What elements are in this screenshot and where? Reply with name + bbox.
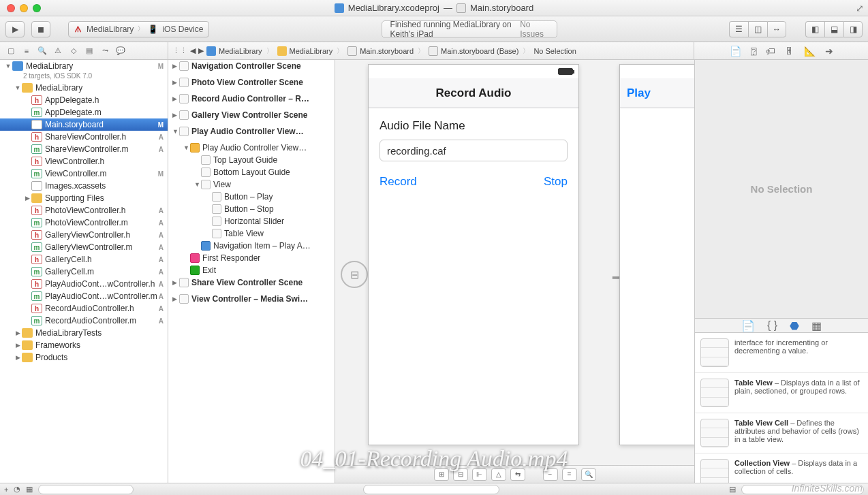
- jump-seg-2[interactable]: Main.storyboard: [360, 47, 414, 55]
- zoom-actual-button[interactable]: =: [562, 468, 577, 481]
- disclosure-triangle-icon[interactable]: ▶: [172, 296, 179, 302]
- nav-item[interactable]: hPlayAudioCont…wController.hA: [0, 278, 168, 290]
- editor-version-button[interactable]: ↔: [767, 21, 786, 37]
- library-item[interactable]: Table View Cell – Defines the attributes…: [695, 413, 868, 453]
- scene-dock-icon[interactable]: ⊟: [341, 261, 368, 288]
- disclosure-triangle-icon[interactable]: ▶: [14, 330, 22, 336]
- record-button[interactable]: Record: [379, 175, 417, 189]
- outline-item[interactable]: ▶Gallery View Controller Scene: [168, 109, 335, 121]
- minimize-window-button[interactable]: [20, 4, 28, 12]
- disclosure-triangle-icon[interactable]: ▼: [183, 144, 190, 151]
- stop-record-button[interactable]: Stop: [544, 175, 568, 189]
- align-button[interactable]: ⊟: [453, 468, 468, 481]
- symbol-navigator-tab[interactable]: ≡: [20, 45, 33, 57]
- nav-back-play[interactable]: Play: [627, 86, 651, 100]
- library-item[interactable]: Collection View – Displays data in a col…: [695, 453, 868, 483]
- filter-scm-icon[interactable]: ▦: [26, 485, 33, 494]
- resizing-button[interactable]: ⇆: [510, 468, 525, 481]
- zoom-out-button[interactable]: −: [543, 468, 558, 481]
- audio-filename-field[interactable]: [379, 140, 568, 161]
- issue-navigator-tab[interactable]: ⚠: [51, 45, 65, 57]
- media-library-tab[interactable]: ▦: [811, 319, 822, 332]
- outline-filter-field[interactable]: [363, 485, 499, 494]
- run-button[interactable]: ▶: [5, 21, 25, 37]
- test-navigator-tab[interactable]: ◇: [67, 45, 80, 57]
- nav-item[interactable]: hGalleryCell.hA: [0, 253, 168, 266]
- disclosure-triangle-icon[interactable]: ▶: [23, 195, 31, 202]
- jump-seg-3[interactable]: Main.storyboard (Base): [441, 47, 518, 55]
- nav-item[interactable]: Main.storyboardM: [0, 118, 168, 131]
- breakpoint-navigator-tab[interactable]: ⤳: [98, 45, 112, 57]
- nav-item[interactable]: ▶MediaLibraryTests: [0, 327, 168, 339]
- nav-item[interactable]: ▼MediaLibraryM: [0, 60, 168, 72]
- outline-item[interactable]: Button – Stop: [168, 203, 335, 215]
- outline-item[interactable]: Exit: [168, 264, 335, 276]
- outline-item[interactable]: Table View: [168, 227, 335, 240]
- code-snippet-library-tab[interactable]: { }: [767, 319, 777, 332]
- project-navigator-tab[interactable]: ▢: [4, 45, 18, 57]
- disclosure-triangle-icon[interactable]: ▶: [14, 342, 22, 349]
- scheme-selector[interactable]: ⩚ MediaLibrary 〉 📱 iOS Device: [68, 21, 209, 37]
- resolve-issues-button[interactable]: △: [491, 468, 506, 481]
- library-item[interactable]: Table View – Displays data in a list of …: [695, 373, 868, 413]
- log-navigator-tab[interactable]: 💬: [114, 45, 127, 57]
- nav-item[interactable]: Images.xcassets: [0, 180, 168, 192]
- disclosure-triangle-icon[interactable]: ▶: [172, 63, 179, 69]
- disclosure-triangle-icon[interactable]: ▼: [14, 84, 22, 91]
- go-forward-button[interactable]: ▶: [198, 46, 204, 55]
- outline-item[interactable]: First Responder: [168, 252, 335, 264]
- nav-item[interactable]: mPhotoViewController.mA: [0, 217, 168, 229]
- quickhelp-inspector-tab[interactable]: ⍰: [751, 46, 756, 57]
- file-inspector-tab[interactable]: 📄: [730, 46, 741, 57]
- file-template-library-tab[interactable]: 📄: [741, 319, 755, 332]
- go-back-button[interactable]: ◀: [190, 46, 196, 55]
- nav-item[interactable]: mRecordAudioController.mA: [0, 315, 168, 327]
- nav-item[interactable]: hPhotoViewController.hA: [0, 204, 168, 217]
- jump-seg-1[interactable]: MediaLibrary: [290, 47, 333, 55]
- document-outline[interactable]: ▶Navigation Controller Scene▶Photo View …: [168, 60, 335, 483]
- disclosure-triangle-icon[interactable]: ▶: [14, 354, 22, 361]
- navigator-filter-field[interactable]: [38, 485, 134, 494]
- nav-item[interactable]: hRecordAudioController.hA: [0, 302, 168, 315]
- jump-bar[interactable]: ⋮⋮ ◀ ▶ MediaLibrary〉 MediaLibrary〉 Main.…: [168, 42, 694, 59]
- nav-item[interactable]: hGalleryViewController.hA: [0, 229, 168, 241]
- attributes-inspector-tab[interactable]: 🎚: [785, 46, 794, 57]
- disclosure-triangle-icon[interactable]: ▼: [4, 63, 12, 69]
- outline-item[interactable]: Top Layout Guide: [168, 154, 335, 166]
- nav-item[interactable]: hViewController.h: [0, 155, 168, 167]
- disclosure-triangle-icon[interactable]: ▶: [172, 112, 179, 118]
- outline-item[interactable]: Horizontal Slider: [168, 215, 335, 227]
- search-navigator-tab[interactable]: 🔍: [35, 45, 49, 57]
- outline-item[interactable]: ▼View: [168, 178, 335, 191]
- object-library[interactable]: interface for incrementing or decrementi…: [695, 333, 868, 483]
- zoom-in-button[interactable]: 🔍: [581, 468, 596, 481]
- outline-item[interactable]: ▶Record Audio Controller – R…: [168, 93, 335, 105]
- disclosure-triangle-icon[interactable]: ▼: [172, 128, 179, 135]
- disclosure-triangle-icon[interactable]: ▼: [194, 181, 201, 188]
- outline-item[interactable]: ▶View Controller – Media Swi…: [168, 293, 335, 305]
- outline-item[interactable]: ▼Play Audio Controller View…: [168, 142, 335, 154]
- close-window-button[interactable]: [7, 4, 15, 12]
- interface-builder-canvas[interactable]: ⊟ Record Audio Audio File Name Record St…: [335, 60, 694, 483]
- any-any-button[interactable]: ⊞: [434, 468, 449, 481]
- library-item[interactable]: interface for incrementing or decrementi…: [695, 333, 868, 373]
- editor-standard-button[interactable]: ☰: [729, 21, 748, 37]
- object-library-tab[interactable]: ⬣: [790, 319, 799, 332]
- nav-item[interactable]: mAppDelegate.m: [0, 106, 168, 118]
- project-navigator[interactable]: ▼MediaLibraryM2 targets, iOS SDK 7.0▼Med…: [0, 60, 168, 483]
- nav-item[interactable]: mViewController.mM: [0, 167, 168, 180]
- fullscreen-icon[interactable]: ⤢: [856, 3, 864, 14]
- nav-item[interactable]: ▼MediaLibrary: [0, 82, 168, 94]
- toggle-navigator-button[interactable]: ◧: [805, 21, 824, 37]
- zoom-window-button[interactable]: [33, 4, 41, 12]
- add-button[interactable]: +: [4, 485, 8, 494]
- toggle-debug-button[interactable]: ⬓: [824, 21, 843, 37]
- size-inspector-tab[interactable]: 📐: [804, 46, 816, 57]
- connections-inspector-tab[interactable]: ➜: [825, 46, 833, 57]
- pin-button[interactable]: ⊩: [472, 468, 487, 481]
- jump-seg-0[interactable]: MediaLibrary: [219, 47, 262, 55]
- nav-item[interactable]: mGalleryCell.mA: [0, 266, 168, 278]
- toggle-utilities-button[interactable]: ◨: [843, 21, 863, 37]
- nav-item[interactable]: hAppDelegate.h: [0, 94, 168, 106]
- nav-item[interactable]: mShareViewController.mA: [0, 143, 168, 155]
